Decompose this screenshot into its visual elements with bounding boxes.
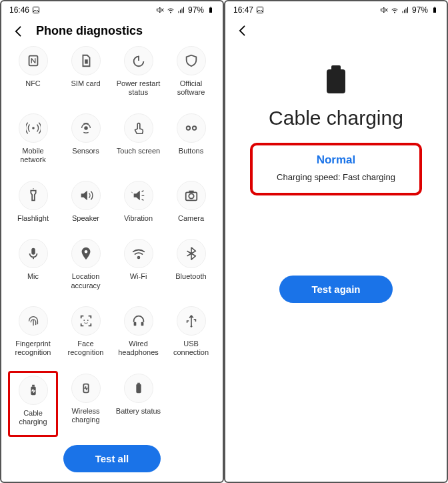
wifi-icon: [124, 239, 153, 268]
status-time: 16:46: [9, 5, 29, 15]
status-bar: 16:46 97%: [1, 1, 223, 16]
detail-panel: Cable charging Normal Charging speed: Fa…: [225, 43, 447, 482]
battery-icon: [124, 374, 153, 403]
diag-item-label: Official software: [167, 79, 215, 97]
page-title: Phone diagnostics: [36, 24, 143, 38]
cable-charging-result-screen: 16:47 97% Cable charging Normal Charging…: [224, 0, 448, 483]
diag-item-nfc[interactable]: NFC: [8, 43, 58, 105]
diag-item-wifi[interactable]: Wi-Fi: [113, 236, 163, 298]
diag-item-sensors[interactable]: Sensors: [61, 111, 111, 173]
diag-item-mic[interactable]: Mic: [8, 236, 58, 298]
header: [225, 16, 447, 43]
status-battery: 97%: [188, 5, 204, 15]
diagnostics-grid: NFCSIM cardPower restart statusOfficial …: [1, 43, 223, 437]
diag-item-sim[interactable]: SIM card: [61, 43, 111, 105]
battery-icon: [431, 6, 439, 14]
svg-rect-5: [434, 7, 435, 8]
diag-item-label: Wireless charging: [62, 407, 109, 424]
sensors-icon: [71, 113, 101, 143]
diag-item-buttons[interactable]: Buttons: [166, 111, 216, 173]
test-all-button[interactable]: Test all: [63, 445, 161, 472]
status-bar: 16:47 97%: [225, 1, 447, 16]
svg-rect-3: [257, 7, 263, 13]
diag-item-touch[interactable]: Touch screen: [113, 111, 163, 173]
diag-item-label: Location accuracy: [62, 272, 109, 290]
status-battery: 97%: [412, 5, 428, 15]
back-icon[interactable]: [236, 24, 249, 37]
mute-icon: [156, 6, 164, 14]
cable-charging-icon: [327, 69, 345, 93]
speaker-icon: [71, 181, 101, 210]
wifi-icon: [167, 6, 175, 14]
header: Phone diagnostics: [1, 16, 223, 43]
diag-item-vibration[interactable]: Vibration: [113, 178, 163, 231]
diag-item-wireless-charging[interactable]: Wireless charging: [61, 371, 111, 437]
diag-item-label: Sensors: [72, 147, 99, 155]
face-icon: [71, 306, 101, 336]
shield-icon: [177, 46, 206, 75]
signal-icon: [401, 6, 409, 14]
result-detail: Charging speed: Fast charging: [277, 172, 395, 182]
footer: Test all: [1, 437, 223, 482]
diag-item-label: USB connection: [167, 340, 215, 357]
diag-item-flashlight[interactable]: Flashlight: [8, 178, 58, 231]
wifi-icon: [391, 6, 399, 14]
svg-rect-1: [209, 8, 212, 13]
diag-item-location[interactable]: Location accuracy: [61, 236, 111, 298]
diag-item-label: Battery status: [116, 407, 161, 416]
diag-item-label: Power restart status: [115, 79, 162, 97]
diag-item-fingerprint[interactable]: Fingerprint recognition: [8, 304, 58, 366]
diag-item-label: Camera: [178, 214, 204, 223]
location-icon: [71, 239, 101, 268]
diag-item-usb[interactable]: USB connection: [166, 304, 216, 366]
result-box: Normal Charging speed: Fast charging: [250, 143, 422, 195]
cable-charging-icon: [19, 376, 48, 405]
headphones-icon: [124, 306, 153, 336]
mute-icon: [380, 6, 388, 14]
diag-item-antenna[interactable]: Mobile network: [8, 111, 58, 173]
fingerprint-icon: [19, 306, 48, 336]
vibration-icon: [124, 181, 153, 210]
diag-item-label: Touch screen: [117, 147, 160, 155]
result-status: Normal: [277, 153, 395, 167]
diag-item-speaker[interactable]: Speaker: [61, 178, 111, 231]
antenna-icon: [19, 113, 48, 143]
diag-item-label: Flashlight: [17, 214, 49, 223]
mic-icon: [19, 239, 48, 268]
diag-item-headphones[interactable]: Wired headphones: [113, 304, 163, 366]
diag-item-label: NFC: [25, 79, 41, 88]
diag-item-label: Wi-Fi: [130, 272, 147, 281]
diag-item-label: Bluetooth: [175, 272, 206, 281]
diag-item-battery[interactable]: Battery status: [113, 371, 163, 437]
diag-item-bluetooth[interactable]: Bluetooth: [166, 236, 216, 298]
svg-rect-0: [33, 7, 39, 13]
back-icon[interactable]: [12, 25, 25, 38]
usb-icon: [177, 306, 206, 336]
svg-rect-2: [210, 7, 211, 8]
diag-item-cable-charging[interactable]: Cable charging: [8, 371, 58, 437]
nfc-icon: [19, 46, 48, 75]
diag-item-label: SIM card: [71, 79, 100, 88]
diag-item-shield[interactable]: Official software: [166, 43, 216, 105]
flashlight-icon: [19, 181, 48, 210]
bluetooth-icon: [177, 239, 206, 268]
diag-item-label: Face recognition: [62, 340, 109, 357]
test-again-button[interactable]: Test again: [279, 276, 392, 303]
touch-icon: [124, 113, 153, 143]
svg-rect-4: [433, 8, 436, 13]
signal-icon: [177, 6, 185, 14]
diag-item-label: Fingerprint recognition: [9, 340, 57, 357]
diag-item-face[interactable]: Face recognition: [61, 304, 111, 366]
diag-item-label: Mobile network: [9, 147, 57, 164]
picture-icon: [256, 6, 264, 14]
detail-title: Cable charging: [269, 107, 403, 129]
diag-item-label: Cable charging: [11, 409, 55, 426]
diag-item-label: Vibration: [124, 214, 153, 223]
diag-item-label: Mic: [27, 272, 39, 281]
camera-icon: [177, 181, 206, 210]
diag-item-camera[interactable]: Camera: [166, 178, 216, 231]
diag-item-power[interactable]: Power restart status: [113, 43, 163, 105]
sim-icon: [71, 46, 101, 75]
diag-item-label: Wired headphones: [115, 340, 162, 357]
picture-icon: [32, 6, 40, 14]
